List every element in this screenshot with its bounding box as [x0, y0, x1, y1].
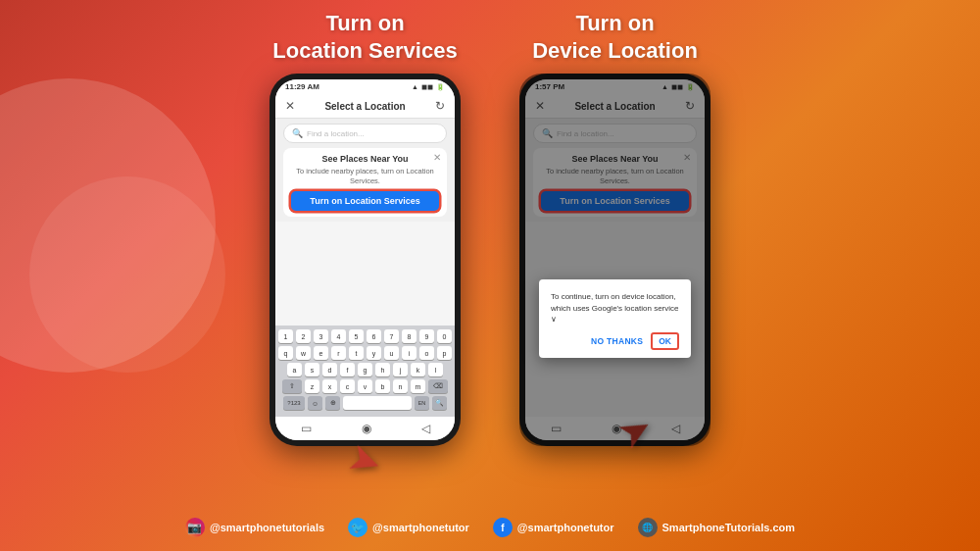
key-emoji[interactable]: ☺: [308, 396, 322, 410]
left-phone-group: Turn on Location Services 11:29 AM ▲ ◼◼ …: [270, 10, 461, 482]
key-u[interactable]: u: [384, 346, 399, 360]
key-s[interactable]: s: [305, 363, 319, 376]
right-dialog-ok-btn[interactable]: OK: [651, 332, 679, 350]
key-h[interactable]: h: [375, 363, 390, 376]
key-4[interactable]: 4: [331, 329, 346, 343]
key-x[interactable]: x: [322, 379, 337, 393]
left-title-line1: Turn on: [272, 10, 457, 37]
key-w[interactable]: w: [296, 346, 311, 360]
key-z[interactable]: z: [305, 379, 319, 393]
left-nav-back[interactable]: ◁: [421, 422, 430, 435]
deco-circle-2: [29, 176, 225, 373]
key-search-key[interactable]: 🔍: [432, 396, 447, 410]
left-refresh-icon[interactable]: ↻: [435, 99, 445, 113]
left-keyboard: 1 2 3 4 5 6 7 8 9 0 q: [275, 326, 455, 417]
key-shift[interactable]: ⇧: [282, 379, 302, 393]
right-phone-group: Turn on Device Location 1:57 PM ▲ ◼◼ 🔋: [519, 10, 710, 453]
right-title-line1: Turn on: [532, 10, 698, 37]
left-notif-text: To include nearby places, turn on Locati…: [291, 167, 439, 186]
left-close-icon[interactable]: ✕: [285, 99, 295, 113]
key-num[interactable]: ?123: [283, 396, 305, 410]
key-m[interactable]: m: [411, 379, 425, 393]
key-o[interactable]: o: [419, 346, 434, 360]
facebook-label: @smartphonetutor: [517, 522, 614, 533]
key-y[interactable]: y: [367, 346, 381, 360]
key-0[interactable]: 0: [437, 329, 452, 343]
left-header-title: Select a Location: [324, 101, 405, 112]
left-key-row-4: ⇧ z x c v b n m ⌫: [277, 379, 453, 393]
left-phone-screen: 11:29 AM ▲ ◼◼ 🔋 ✕ Select a Location ↻: [275, 79, 455, 440]
key-p[interactable]: p: [437, 346, 452, 360]
right-dialog-text: To continue, turn on device location, wh…: [551, 291, 679, 325]
key-k[interactable]: k: [411, 363, 425, 376]
key-v[interactable]: v: [358, 379, 372, 393]
key-e[interactable]: e: [314, 346, 328, 360]
right-phone-screen: 1:57 PM ▲ ◼◼ 🔋 ✕ Select a Location ↻: [525, 79, 705, 440]
key-7[interactable]: 7: [384, 329, 399, 343]
key-3[interactable]: 3: [314, 329, 328, 343]
key-b[interactable]: b: [375, 379, 390, 393]
instagram-item: 📷 @smartphonetutorials: [185, 518, 324, 537]
left-key-row-5: ?123 ☺ ⊕ EN 🔍: [277, 396, 453, 410]
left-turn-on-btn[interactable]: Turn on Location Services: [291, 191, 439, 211]
left-status-time: 11:29 AM: [285, 82, 319, 91]
left-title: Turn on Location Services: [272, 10, 457, 64]
key-g[interactable]: g: [358, 363, 372, 376]
right-title: Turn on Device Location: [532, 10, 698, 64]
key-n[interactable]: n: [393, 379, 408, 393]
key-globe[interactable]: ⊕: [325, 396, 340, 410]
key-r[interactable]: r: [331, 346, 346, 360]
twitter-icon: 🐦: [348, 518, 368, 537]
right-dialog-no-btn[interactable]: NO THANKS: [591, 336, 643, 346]
left-title-line2: Location Services: [272, 37, 457, 65]
key-9[interactable]: 9: [419, 329, 434, 343]
left-key-row-1: 1 2 3 4 5 6 7 8 9 0: [277, 329, 453, 343]
right-dialog-overlay: To continue, turn on device location, wh…: [525, 79, 705, 440]
left-search-bar[interactable]: 🔍 Find a location...: [283, 124, 447, 143]
left-screen-body: [275, 222, 455, 326]
right-phone-frame: 1:57 PM ▲ ◼◼ 🔋 ✕ Select a Location ↻: [519, 74, 710, 446]
left-arrow-container: ➤: [349, 437, 382, 482]
left-notification-card: ✕ See Places Near You To include nearby …: [283, 148, 447, 217]
key-2[interactable]: 2: [296, 329, 311, 343]
key-l[interactable]: l: [428, 363, 443, 376]
instagram-icon: 📷: [185, 518, 205, 537]
key-1[interactable]: 1: [278, 329, 293, 343]
left-search-icon: 🔍: [292, 128, 303, 138]
left-key-row-2: q w e r t y u i o p: [277, 346, 453, 360]
left-app-header: ✕ Select a Location ↻: [275, 94, 455, 119]
right-title-line2: Device Location: [532, 37, 698, 65]
left-notif-close[interactable]: ✕: [433, 152, 441, 163]
facebook-item: f @smartphonetutor: [493, 518, 614, 537]
key-space[interactable]: [343, 396, 412, 410]
left-nav-square[interactable]: ▭: [301, 422, 312, 435]
key-j[interactable]: j: [393, 363, 408, 376]
website-item: 🌐 SmartphoneTutorials.com: [638, 518, 795, 537]
key-backspace[interactable]: ⌫: [428, 379, 448, 393]
key-6[interactable]: 6: [367, 329, 381, 343]
twitter-label: @smartphonetutor: [372, 522, 469, 533]
left-nav-home[interactable]: ◉: [362, 422, 371, 435]
right-dialog-box: To continue, turn on device location, wh…: [539, 279, 691, 358]
key-8[interactable]: 8: [402, 329, 416, 343]
left-status-bar: 11:29 AM ▲ ◼◼ 🔋: [275, 79, 455, 94]
key-a[interactable]: a: [287, 363, 302, 376]
right-dialog-actions: NO THANKS OK: [551, 332, 679, 350]
key-lang[interactable]: EN: [415, 396, 429, 410]
key-5[interactable]: 5: [349, 329, 364, 343]
key-d[interactable]: d: [322, 363, 337, 376]
key-t[interactable]: t: [349, 346, 364, 360]
left-status-icons: ▲ ◼◼ 🔋: [412, 83, 445, 91]
key-c[interactable]: c: [340, 379, 355, 393]
key-i[interactable]: i: [402, 346, 416, 360]
main-layout: Turn on Location Services 11:29 AM ▲ ◼◼ …: [0, 0, 980, 551]
left-search-placeholder: Find a location...: [307, 129, 365, 138]
twitter-item: 🐦 @smartphonetutor: [348, 518, 469, 537]
facebook-icon: f: [493, 518, 513, 537]
footer-bar: 📷 @smartphonetutorials 🐦 @smartphonetuto…: [20, 510, 960, 543]
website-icon: 🌐: [638, 518, 658, 537]
left-key-row-3: a s d f g h j k l: [277, 363, 453, 376]
key-q[interactable]: q: [278, 346, 293, 360]
website-label: SmartphoneTutorials.com: [662, 522, 795, 533]
key-f[interactable]: f: [340, 363, 355, 376]
